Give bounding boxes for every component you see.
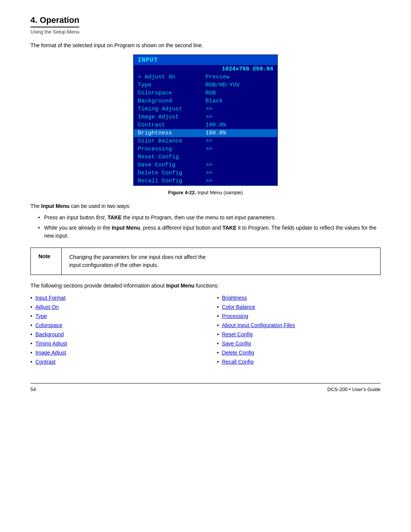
input-menu-bold-2: Input Menu — [112, 225, 140, 231]
menu-row-left: Recall Config — [138, 178, 206, 184]
left-link-item[interactable]: Input Format — [30, 295, 194, 301]
first-italic: first — [96, 214, 105, 220]
menu-row-right: >> — [206, 114, 273, 120]
section-subtitle: Using the Setup Menu — [30, 29, 381, 35]
menu-row-right: >> — [206, 162, 273, 168]
right-link[interactable]: Save Config — [222, 340, 251, 347]
left-link-list: Input FormatAdjust OnTypeColorspaceBackg… — [30, 295, 194, 368]
menu-row: Brightness100.0% — [134, 129, 277, 137]
intro-description: The format of the selected input on Prog… — [30, 42, 381, 48]
right-link[interactable]: Delete Config — [222, 350, 254, 356]
left-link-item[interactable]: Timing Adjust — [30, 340, 194, 347]
page-number: 54 — [30, 387, 36, 392]
menu-row-left: Image Adjust — [138, 114, 206, 120]
left-link[interactable]: Contrast — [35, 359, 56, 365]
right-link-item[interactable]: Recall Config — [217, 359, 381, 365]
menu-row-right: >> — [206, 178, 273, 184]
menu-resolution: 1024x768 @59.94 — [222, 66, 273, 72]
menu-row: TypeRGB/HD-YUV — [134, 81, 277, 89]
document-title: DCS-200 • User's Guide — [327, 387, 381, 392]
left-link[interactable]: Timing Adjust — [35, 340, 67, 347]
take-bold-2: TAKE — [222, 225, 236, 231]
right-link-item[interactable]: Reset Config — [217, 331, 381, 337]
menu-rows: > Adjust OnPreviewTypeRGB/HD-YUVColorspa… — [134, 73, 277, 185]
different-italic: different — [162, 225, 182, 231]
footer: 54 DCS-200 • User's Guide — [30, 383, 381, 392]
right-link-item[interactable]: Delete Config — [217, 350, 381, 356]
input-menu-bold: Input Menu — [41, 203, 70, 209]
take-bold-1: TAKE — [108, 214, 122, 220]
menu-row-left: Save Config — [138, 162, 206, 168]
right-link[interactable]: Processing — [222, 313, 248, 319]
menu-header: INPUT — [134, 55, 277, 65]
menu-row-left: Reset Config — [138, 154, 206, 160]
menu-row-right: Black — [206, 98, 273, 104]
bullet-2: While you are already in the Input Menu,… — [38, 224, 381, 240]
menu-row-right: >> — [206, 106, 273, 112]
left-link-item[interactable]: Background — [30, 331, 194, 337]
note-text-line1: Changing the parameters for one input do… — [69, 254, 206, 260]
right-link[interactable]: About Input Configuration Files — [222, 322, 295, 328]
menu-row: Recall Config>> — [134, 177, 277, 185]
left-link[interactable]: Image Adjust — [35, 350, 66, 356]
input-menu-container: INPUT 1024x768 @59.94 > Adjust OnPreview… — [30, 54, 381, 186]
menu-row-right: >> — [206, 170, 273, 176]
menu-row-right: 100.0% — [206, 130, 273, 136]
menu-row-left: Timing Adjust — [138, 106, 206, 112]
menu-row-right: Preview — [206, 74, 273, 80]
menu-row: Image Adjust>> — [134, 113, 277, 121]
menu-row-right: >> — [206, 146, 273, 152]
left-link-item[interactable]: Type — [30, 313, 194, 319]
right-link-list: BrightnessColor BalanceProcessingAbout I… — [217, 295, 381, 368]
right-link-item[interactable]: Save Config — [217, 340, 381, 347]
menu-row: Timing Adjust>> — [134, 105, 277, 113]
left-link-item[interactable]: Adjust On — [30, 304, 194, 310]
bullet-1: Press an input button first, TAKE the in… — [38, 214, 381, 222]
right-link-item[interactable]: Processing — [217, 313, 381, 319]
left-link[interactable]: Background — [35, 331, 64, 337]
left-link-item[interactable]: Contrast — [30, 359, 194, 365]
menu-row-left: Processing — [138, 146, 206, 152]
following-para: The following sections provide detailed … — [30, 283, 381, 289]
menu-row: ColorspaceRGB — [134, 89, 277, 97]
menu-row: Processing>> — [134, 145, 277, 153]
left-link-item[interactable]: Image Adjust — [30, 350, 194, 356]
menu-row-left: Colorspace — [138, 90, 206, 96]
menu-resolution-row: 1024x768 @59.94 — [134, 65, 277, 73]
menu-row-left: Color Balance — [138, 138, 206, 144]
menu-row-left: Contrast — [138, 122, 206, 128]
right-link-item[interactable]: About Input Configuration Files — [217, 322, 381, 328]
chapter-title: 4. Operation — [30, 15, 79, 27]
input-menu-display: INPUT 1024x768 @59.94 > Adjust OnPreview… — [133, 54, 278, 186]
right-link-item[interactable]: Brightness — [217, 295, 381, 301]
left-link[interactable]: Adjust On — [35, 304, 59, 310]
right-link[interactable]: Recall Config — [222, 359, 253, 365]
right-link[interactable]: Brightness — [222, 295, 247, 301]
menu-row-left: Background — [138, 98, 206, 104]
menu-row-left: > Adjust On — [138, 74, 206, 80]
menu-row-right: 100.0% — [206, 122, 273, 128]
right-link-item[interactable]: Color Balance — [217, 304, 381, 310]
note-text-line2: input configuration of the other inputs. — [69, 262, 158, 268]
left-link[interactable]: Type — [35, 313, 47, 319]
note-box: Note Changing the parameters for one inp… — [30, 248, 381, 275]
menu-row-left: Type — [138, 82, 206, 88]
figure-caption: Figure 4-22. Input Menu (sample) — [30, 190, 381, 195]
menu-row: Reset Config — [134, 153, 277, 161]
menu-row: Contrast100.0% — [134, 121, 277, 129]
menu-row: Color Balance>> — [134, 137, 277, 145]
usage-bullets: Press an input button first, TAKE the in… — [38, 214, 381, 240]
menu-row-right: RGB/HD-YUV — [206, 82, 273, 88]
menu-row-right — [206, 154, 273, 160]
left-link[interactable]: Colorspace — [35, 322, 62, 328]
note-label: Note — [31, 248, 61, 265]
link-columns: Input FormatAdjust OnTypeColorspaceBackg… — [30, 295, 381, 368]
left-link[interactable]: Input Format — [35, 295, 65, 301]
right-link[interactable]: Color Balance — [222, 304, 255, 310]
left-link-item[interactable]: Colorspace — [30, 322, 194, 328]
right-link[interactable]: Reset Config — [222, 331, 253, 337]
note-content: Changing the parameters for one input do… — [61, 248, 213, 275]
input-menu-para: The Input Menu can be used in two ways: — [30, 203, 381, 209]
menu-row: > Adjust OnPreview — [134, 73, 277, 81]
menu-row: Save Config>> — [134, 161, 277, 169]
